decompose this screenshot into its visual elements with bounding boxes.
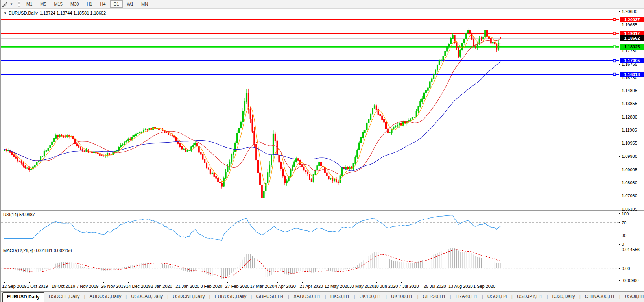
price-tick-mark <box>619 130 620 130</box>
price-tick-label: 1.07080 <box>622 193 637 198</box>
toolbar-drag-handle-icon[interactable] <box>18 1 20 7</box>
chart-tab-dj30-daily[interactable]: DJ30,Daily <box>548 292 579 301</box>
timeframe-button-m30[interactable]: M30 <box>67 0 82 8</box>
price-tick-mark <box>619 11 620 12</box>
chart-tab-fra40-h1[interactable]: FRA40,H1 <box>451 292 482 301</box>
price-tick-label: 1.11905 <box>622 128 637 132</box>
drawing-toolbar: ▼ <box>1 0 16 9</box>
macd-tick-label: -0.00900 <box>622 278 638 283</box>
top-toolbar: ▼ M1M5M15M30H1H4D1W1MN <box>1 0 644 9</box>
date-tick-label: 8 Feb 2020 <box>200 284 222 289</box>
price-tick-mark <box>619 91 620 91</box>
date-tick-label: 4 Apr 2020 <box>275 284 296 289</box>
price-tick-mark <box>619 78 620 78</box>
timeframe-button-m5[interactable]: M5 <box>37 0 50 8</box>
price-tick-mark <box>619 117 620 117</box>
date-tick-label: 23 Apr 2020 <box>300 284 323 289</box>
chart-tab-eurusd-daily[interactable]: EURUSD,Daily <box>2 292 44 302</box>
macd-chart-canvas[interactable] <box>1 247 644 282</box>
rsi-tick-mark <box>619 213 620 214</box>
chart-tab-bar: EURUSD,DailyUSDCHF,Daily|AUDUSD,Daily|US… <box>1 291 644 302</box>
rsi-chart-canvas[interactable] <box>1 211 644 246</box>
price-tick-label: 1.09980 <box>622 154 637 159</box>
date-tick-label: 18 Jun 2020 <box>374 284 398 289</box>
price-chart-canvas[interactable] <box>1 9 644 210</box>
rsi-tick-mark <box>619 244 620 245</box>
price-pane: ▼ EURUSD,Daily 1.18724 1.18744 1.18581 1… <box>1 9 644 210</box>
date-tick-mark <box>327 282 327 283</box>
date-tick-label: 21 Jan 2020 <box>175 284 199 289</box>
date-tick-mark <box>277 282 278 283</box>
date-tick-mark <box>79 282 79 283</box>
chart-window: ▼ EURUSD,Daily 1.18724 1.18744 1.18581 1… <box>1 9 644 291</box>
date-tick-mark <box>203 282 203 283</box>
date-tick-mark <box>476 282 476 283</box>
timeframe-button-h1[interactable]: H1 <box>83 0 96 8</box>
price-tick-label: 1.08030 <box>622 180 637 185</box>
date-tick-mark <box>253 282 253 283</box>
toolbar-dropdown-arrow-icon[interactable]: ▼ <box>9 2 14 6</box>
price-tick-label: 1.14805 <box>622 88 637 93</box>
chart-tab-audusd-daily[interactable]: AUDUSD,Daily <box>85 292 126 301</box>
date-tick-label: 14 Dec 2019 <box>126 284 150 289</box>
chart-tab-usdcad-daily[interactable]: USDCAD,Daily <box>127 292 167 301</box>
price-tick-mark <box>619 196 620 196</box>
price-tick-label: 1.19655 <box>622 22 637 27</box>
date-tick-label: 7 Nov 2019 <box>76 284 98 289</box>
chart-tab-ger30-h1[interactable]: GER30,H1 <box>419 292 450 301</box>
drawing-tool-icon[interactable] <box>1 1 9 8</box>
price-tick-mark <box>619 143 620 143</box>
macd-pane: MACD(12,26,9) 0.001881 0.002256 <box>1 247 644 282</box>
timeframe-button-m15[interactable]: M15 <box>51 0 66 8</box>
chart-tab-uk100-h1[interactable]: UK100,H1 <box>387 292 417 301</box>
price-tick-label: 1.20630 <box>622 9 637 14</box>
chart-tab-usdchf-daily[interactable]: USDCHF,Daily <box>44 292 84 301</box>
date-tick-label: 1 Oct 2019 <box>27 284 48 289</box>
chart-tab-gbpusd-h4[interactable]: GBPUSD,H4 <box>252 292 288 301</box>
price-tick-mark <box>619 64 620 65</box>
date-tick-label: 30 May 2020 <box>349 284 375 289</box>
chart-tab-eurusd-daily[interactable]: EURUSD,Daily <box>210 292 251 301</box>
timeframe-button-m1[interactable]: M1 <box>23 0 36 8</box>
timeframe-button-mn[interactable]: MN <box>138 0 151 8</box>
rsi-tick-mark <box>619 222 620 223</box>
chart-tab-xauusd-h1[interactable]: XAUUSD,H1 <box>289 292 325 301</box>
macd-tick-label: 0.014556 <box>622 247 640 252</box>
timeframe-button-d1[interactable]: D1 <box>110 0 123 8</box>
current-price-badge: 1.18662 <box>620 35 644 41</box>
date-tick-mark <box>54 282 54 283</box>
date-axis[interactable]: 12 Sep 20191 Oct 201919 Oct 20197 Nov 20… <box>1 282 644 291</box>
timeframe-button-w1[interactable]: W1 <box>124 0 137 8</box>
price-tick-label: 1.13855 <box>622 101 637 106</box>
price-tick-label: 1.06105 <box>622 207 637 211</box>
chart-tab-usdjpy-h1[interactable]: USDJPY,H1 <box>513 292 546 301</box>
timeframe-button-h4[interactable]: H4 <box>96 0 109 8</box>
chart-tab-hk50-h1[interactable]: HK50,H1 <box>326 292 354 301</box>
price-tick-label: 1.09005 <box>622 167 637 172</box>
rsi-tick-label: 70 <box>622 220 626 225</box>
timeframe-button-group: M1M5M15M30H1H4D1W1MN <box>22 0 152 8</box>
level-price-badge: 1.17005 <box>620 58 644 63</box>
price-tick-mark <box>619 156 620 157</box>
price-tick-mark <box>619 51 620 51</box>
title-collapse-icon[interactable]: ▼ <box>4 11 7 15</box>
price-tick-label: 1.10955 <box>622 141 637 145</box>
date-tick-label: 1 Sep 2020 <box>473 284 495 289</box>
chart-tab-uk100-h1[interactable]: UK100,H1 <box>355 292 386 301</box>
chart-tab-china300-h1[interactable]: CHINA300,H1 <box>581 292 619 301</box>
chart-tab-usoil-h4[interactable]: USOil,H4 <box>483 292 511 301</box>
date-tick-label: 7 Jul 2020 <box>399 284 419 289</box>
date-tick-mark <box>227 282 228 283</box>
macd-tick-mark <box>619 248 620 248</box>
symbol-period-label: EURUSD,Daily <box>9 11 38 15</box>
date-tick-mark <box>401 282 402 283</box>
level-price-badge: 1.20037 <box>620 17 644 22</box>
date-tick-label: 26 Nov 2019 <box>101 284 125 289</box>
macd-tick-label: 0.00 <box>622 266 630 271</box>
chart-tab-usdcnh-daily[interactable]: USDCNH,Daily <box>168 292 209 301</box>
date-tick-label: 25 Jul 2020 <box>424 284 446 289</box>
price-tick-mark <box>619 25 620 25</box>
price-axis-line <box>619 9 619 282</box>
chart-tab-usoil-h1[interactable]: USOil,H1 <box>620 292 644 301</box>
ohlc-values: 1.18724 1.18744 1.18581 1.18662 <box>40 11 106 15</box>
